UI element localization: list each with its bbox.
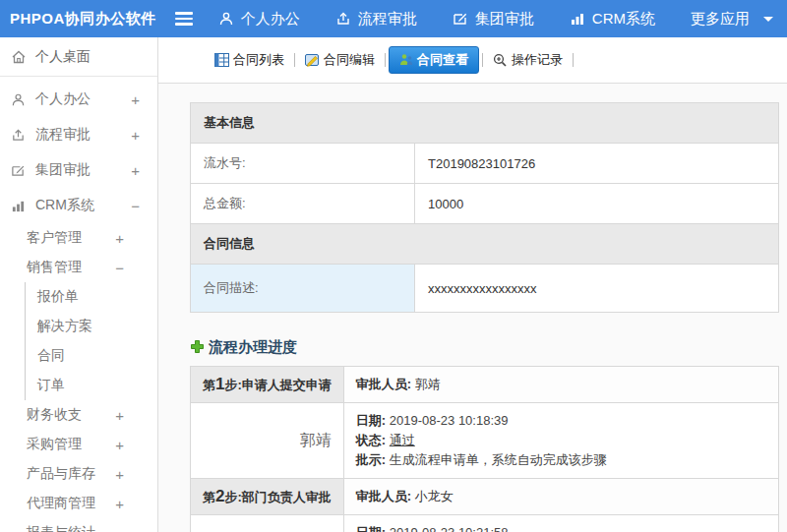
sidebar-item-products-inventory[interactable]: 产品与库存 + [0,459,157,489]
workflow-icon [335,11,351,27]
tab-contract-view[interactable]: 合同查看 [389,46,479,74]
step-detail-row: 小龙女 日期: 2019-08-23 10:21:58 状态: 通过 批示: 通… [191,515,779,532]
sidebar: 个人桌面 个人办公 + 流程审批 + 集团审批 + CRM系统 − 客户管理 +… [0,37,158,532]
table-icon [214,53,229,67]
section-header-row: 基本信息 [191,103,779,144]
section-title: 流程办理进度 [209,338,297,357]
sidebar-item-agent-mgmt[interactable]: 代理商管理 + [0,489,157,518]
tab-contract-list[interactable]: 合同列表 [208,47,291,73]
approver-name: 小龙女 [191,515,344,532]
contract-view-panel: 基本信息 流水号: T20190823101726 总金额: 10000 合同信… [158,84,787,532]
chart-icon [10,199,27,213]
chart-icon [570,11,585,27]
view-icon [399,53,413,67]
zoom-plus-icon [493,53,508,68]
sidebar-item-workflow-approval[interactable]: 流程审批 + [0,117,157,152]
field-label: 流水号: [191,144,415,184]
edit-icon [453,11,468,27]
edit-icon [305,53,320,67]
step-header-row: 第1步:申请人提交申请 审批人员: 郭靖 [191,367,779,403]
expand-icon[interactable]: + [115,230,124,247]
collapse-icon[interactable]: − [131,198,140,214]
field-value: T20190823101726 [415,144,779,184]
collapse-icon[interactable]: − [115,260,124,276]
status-value: 通过 [390,433,415,447]
sidebar-item-reports[interactable]: 报表与统计 [0,518,157,532]
approver-name: 郭靖 [191,403,344,479]
step-detail-cell: 日期: 2019-08-23 10:18:39 状态: 通过 批示: 生成流程申… [343,403,778,479]
tab-divider [482,53,483,67]
field-label: 总金额: [191,184,415,224]
section-title: 合同信息 [191,224,779,265]
field-label: 合同描述: [191,265,415,313]
sidebar-item-order[interactable]: 订单 [26,371,157,400]
step-detail-cell: 日期: 2019-08-23 10:21:58 状态: 通过 批示: 通过 [343,515,778,532]
sidebar-item-personal-desktop[interactable]: 个人桌面 [0,37,157,77]
edit-icon [10,163,27,178]
topnav-item-group-approval[interactable]: 集团审批 [453,10,534,29]
sidebar-item-purchase[interactable]: 采购管理 + [0,430,157,459]
approver-cell: 审批人员: 小龙女 [343,479,778,515]
sidebar-item-personal-office[interactable]: 个人办公 + [0,82,157,117]
section-header-row: 合同信息 [191,224,779,265]
tab-divider [294,53,295,67]
tab-divider [385,53,386,67]
user-icon [10,92,27,107]
topnav-item-personal-office[interactable]: 个人办公 [218,10,300,29]
expand-icon[interactable]: + [115,437,124,453]
topnav-item-more-apps[interactable]: 更多应用 [691,10,773,29]
tab-contract-edit[interactable]: 合同编辑 [298,47,382,73]
step-detail-row: 郭靖 日期: 2019-08-23 10:18:39 状态: 通过 批示: 生成… [191,403,779,479]
sidebar-item-crm[interactable]: CRM系统 − [0,188,157,223]
tab-divider [573,53,574,67]
main-area: 合同列表 合同编辑 合同查看 操作记录 基本信息 流水号: T201908231… [158,37,787,532]
tab-bar: 合同列表 合同编辑 合同查看 操作记录 [158,37,787,84]
top-nav: 个人办公 流程审批 集团审批 CRM系统 更多应用 [218,10,787,29]
sidebar-item-customer-mgmt[interactable]: 客户管理 + [0,223,157,253]
sidebar-item-contract[interactable]: 合同 [26,341,157,371]
expand-icon[interactable]: + [115,407,124,424]
expand-icon[interactable]: + [131,91,140,108]
contract-info-table: 基本信息 流水号: T20190823101726 总金额: 10000 合同信… [190,102,779,313]
approver-cell: 审批人员: 郭靖 [343,367,778,403]
topnav-item-crm[interactable]: CRM系统 [570,10,655,29]
topnav-item-workflow-approval[interactable]: 流程审批 [335,10,417,29]
top-bar: PHPOA协同办公软件 个人办公 流程审批 集团审批 CRM系统 更多应用 [0,0,787,37]
menu-toggle-icon[interactable] [175,12,193,26]
field-value: xxxxxxxxxxxxxxxxx [415,265,779,313]
expand-icon[interactable]: + [115,466,124,483]
sidebar-item-solution[interactable]: 解决方案 [26,312,157,341]
sidebar-item-sales-mgmt[interactable]: 销售管理 − [0,253,157,282]
section-title: 基本信息 [191,103,779,144]
tab-operation-log[interactable]: 操作记录 [486,47,570,73]
home-icon [10,49,27,65]
sidebar-item-finance[interactable]: 财务收支 + [0,400,157,430]
sidebar-item-group-approval[interactable]: 集团审批 + [0,152,157,188]
process-progress-header: 流程办理进度 [190,338,779,357]
user-icon [218,11,234,27]
expand-icon[interactable]: + [131,127,140,144]
caret-down-icon [763,17,773,22]
step-title: 第1步:申请人提交申请 [191,367,344,403]
sales-submenu: 报价单 解决方案 合同 订单 [25,282,157,400]
table-row: 流水号: T20190823101726 [191,144,779,184]
workflow-icon [10,128,27,143]
step-title: 第2步:部门负责人审批 [191,479,344,515]
process-steps-table: 第1步:申请人提交申请 审批人员: 郭靖 郭靖 日期: 2019-08-23 1… [190,366,779,532]
app-title: PHPOA协同办公软件 [0,10,175,29]
plus-icon [190,339,205,357]
step-header-row: 第2步:部门负责人审批 审批人员: 小龙女 [191,479,779,515]
table-row: 合同描述: xxxxxxxxxxxxxxxxx [191,265,779,313]
expand-icon[interactable]: + [131,162,140,179]
field-value: 10000 [415,184,779,224]
sidebar-menu: 个人办公 + 流程审批 + 集团审批 + CRM系统 − 客户管理 + 销售管理… [0,77,157,532]
table-row: 总金额: 10000 [191,184,779,224]
expand-icon[interactable]: + [115,496,124,512]
sidebar-item-quotation[interactable]: 报价单 [26,282,157,312]
